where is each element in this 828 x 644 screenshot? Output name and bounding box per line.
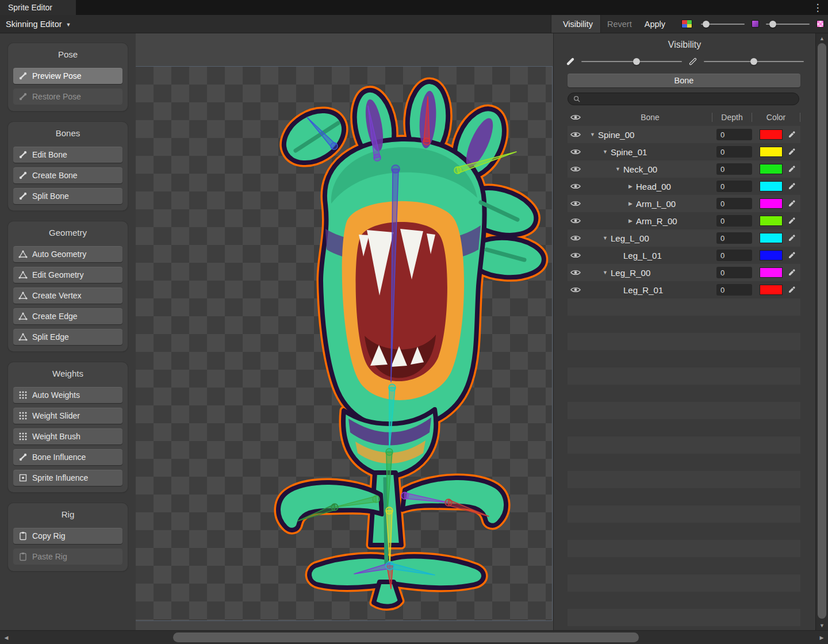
slider-handle[interactable] [703,21,710,28]
bone-influence-button[interactable]: Bone Influence [13,449,122,465]
vertical-scrollbar[interactable]: ▲ ▼ [815,33,828,630]
bone-row-Leg_R_00[interactable]: ▼Leg_R_000 [568,264,800,281]
depth-field[interactable]: 0 [716,198,752,209]
pattern-swatch-icon[interactable] [816,20,824,28]
alpha-slider[interactable] [701,20,745,28]
sprite-influence-button[interactable]: Sprite Influence [13,470,122,486]
visibility-eye-icon[interactable] [568,200,588,207]
brightness-slider[interactable] [766,20,810,28]
sprite-canvas[interactable] [136,33,553,630]
visibility-eye-icon[interactable] [568,269,588,276]
visibility-eye-icon[interactable] [568,252,588,259]
bone-color-swatch[interactable] [760,216,783,226]
paste-rig-button[interactable]: Paste Rig [13,549,122,565]
color-picker-icon[interactable] [783,148,800,156]
visibility-eye-icon[interactable] [568,235,588,241]
color-picker-icon[interactable] [783,286,800,294]
bone-tab[interactable]: Bone [568,74,800,87]
create-edge-button[interactable]: Create Edge [13,308,122,324]
visibility-eye-icon[interactable] [568,148,588,155]
depth-field[interactable]: 0 [716,163,752,175]
auto-geometry-button[interactable]: Auto Geometry [13,246,122,262]
scroll-up-arrow[interactable]: ▲ [816,34,828,43]
sprite-texture-area[interactable] [136,67,552,620]
slider-track[interactable] [581,61,682,62]
slider-handle[interactable] [750,58,757,65]
bone-color-swatch[interactable] [760,233,783,243]
apply-button[interactable]: Apply [638,15,672,33]
bone-color-swatch[interactable] [760,181,783,191]
auto-weights-button[interactable]: Auto Weights [13,387,122,403]
bone-color-swatch[interactable] [760,147,783,157]
expander-closed-icon[interactable]: ▶ [626,183,635,189]
visibility-eye-icon[interactable] [568,183,588,190]
edit-geometry-button[interactable]: Edit Geometry [13,267,122,283]
skinning-editor-dropdown[interactable]: Skinning Editor ▼ [0,15,76,33]
bone-color-swatch[interactable] [760,250,783,260]
depth-field[interactable]: 0 [716,129,752,140]
depth-field[interactable]: 0 [716,267,752,278]
color-picker-icon[interactable] [783,165,800,173]
expander-open-icon[interactable]: ▼ [588,132,597,137]
edit-bone-button[interactable]: Edit Bone [13,147,122,163]
depth-field[interactable]: 0 [716,215,752,227]
bone-color-swatch[interactable] [760,285,783,295]
weight-brush-button[interactable]: Weight Brush [13,428,122,444]
slider-handle[interactable] [769,21,776,28]
bone-color-swatch[interactable] [760,267,783,278]
depth-field[interactable]: 0 [716,250,752,261]
bone-color-swatch[interactable] [760,198,783,209]
bone-row-Spine_00[interactable]: ▼Spine_000 [568,126,800,143]
expander-open-icon[interactable]: ▼ [614,166,622,172]
copy-rig-button[interactable]: Copy Rig [13,528,122,544]
expander-open-icon[interactable]: ▼ [601,149,610,155]
depth-field[interactable]: 0 [716,284,752,296]
color-picker-icon[interactable] [783,269,800,277]
bone-row-Leg_L_00[interactable]: ▼Leg_L_000 [568,229,800,247]
horizontal-scrollbar[interactable]: ◀ ▶ [0,630,828,644]
window-tab-sprite-editor[interactable]: Sprite Editor [0,0,76,15]
color-picker-icon[interactable] [783,251,800,259]
create-bone-button[interactable]: Create Bone [13,167,122,183]
visibility-eye-icon[interactable] [568,131,588,138]
color-picker-icon[interactable] [783,217,800,225]
visibility-eye-icon[interactable] [568,166,588,172]
search-box[interactable] [568,93,799,105]
weight-slider-button[interactable]: Weight Slider [13,408,122,424]
split-bone-button[interactable]: Split Bone [13,188,122,204]
bone-color-swatch[interactable] [760,129,783,140]
horizontal-scroll-track[interactable] [13,631,815,644]
color-picker-icon[interactable] [783,131,800,139]
split-edge-button[interactable]: Split Edge [13,329,122,345]
depth-field[interactable]: 0 [716,146,752,158]
scroll-down-arrow[interactable]: ▼ [816,621,828,630]
bone-row-Spine_01[interactable]: ▼Spine_010 [568,143,800,160]
scroll-right-arrow[interactable]: ▶ [815,635,828,641]
bone-row-Leg_L_01[interactable]: Leg_L_010 [568,247,800,264]
slider-handle[interactable] [633,58,640,65]
revert-button[interactable]: Revert [601,15,638,33]
expander-open-icon[interactable]: ▼ [601,270,610,275]
preview-pose-button[interactable]: Preview Pose [13,68,122,84]
color-swatch-icon[interactable] [752,20,759,28]
restore-pose-button[interactable]: Restore Pose [13,89,122,105]
depth-field[interactable]: 0 [716,181,752,192]
color-picker-icon[interactable] [783,200,800,208]
bone-row-Arm_L_00[interactable]: ▶Arm_L_000 [568,195,800,212]
bone-opacity-slider[interactable] [581,57,682,66]
visibility-toggle-button[interactable]: Visibility [551,15,601,33]
create-vertex-button[interactable]: Create Vertex [13,288,122,304]
color-picker-icon[interactable] [783,234,800,242]
plant-monster-sprite[interactable] [136,67,552,620]
expander-closed-icon[interactable]: ▶ [626,201,635,206]
bone-row-Arm_R_00[interactable]: ▶Arm_R_000 [568,212,800,229]
depth-field[interactable]: 0 [716,232,752,244]
expander-open-icon[interactable]: ▼ [601,235,610,241]
bone-color-swatch[interactable] [760,164,783,174]
expander-closed-icon[interactable]: ▶ [626,218,635,224]
kebab-menu-icon[interactable]: ⋮ [807,0,828,15]
rgb-alpha-icon[interactable] [681,20,692,28]
bone-row-Head_00[interactable]: ▶Head_000 [568,178,800,195]
scroll-left-arrow[interactable]: ◀ [0,635,13,641]
color-picker-icon[interactable] [783,182,800,190]
